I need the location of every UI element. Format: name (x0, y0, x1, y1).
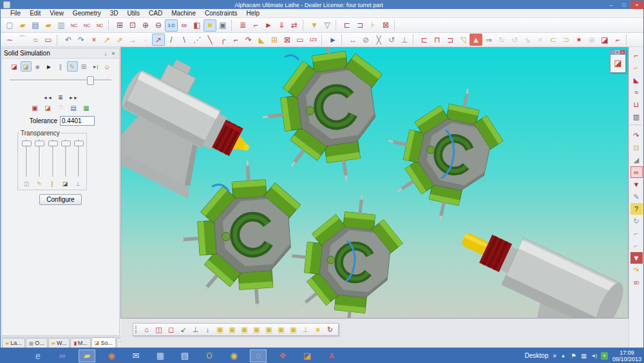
transparency-slider-2[interactable] (35, 139, 43, 177)
ie-icon[interactable]: e (30, 349, 46, 362)
spark-tool-icon[interactable]: ✶ (573, 34, 585, 46)
palette-close-icon[interactable]: × (620, 50, 625, 54)
minimize-button[interactable]: – (605, 1, 618, 9)
chrome-icon[interactable]: ◉ (225, 349, 242, 362)
tool-data-icon[interactable]: ▼ (308, 19, 321, 32)
angle-brush-icon[interactable]: ◢ (630, 154, 643, 166)
slider-thumb[interactable] (87, 76, 94, 85)
configure-button[interactable]: Configure (39, 194, 82, 205)
fillet-icon[interactable]: ╭ (216, 34, 229, 46)
open-file-icon[interactable]: ▰ (16, 19, 29, 32)
cube-right-view-icon[interactable]: ▣ (251, 324, 263, 335)
machine-transparency-icon[interactable]: ⊥ (73, 179, 82, 188)
network-icon[interactable]: ▥ (580, 352, 587, 360)
dim-linear-icon[interactable]: ↔ (346, 34, 359, 46)
chuck-close-icon[interactable]: ⊐ (354, 19, 366, 32)
plane-normal-icon[interactable]: ⊥ (299, 324, 312, 335)
menu-constraints[interactable]: Constraints (200, 10, 242, 17)
slider-thumb[interactable] (74, 141, 84, 146)
cube-bottom-view-icon[interactable]: ▣ (275, 324, 287, 335)
move-part-icon[interactable]: ⇘ (521, 34, 534, 46)
stock-view-icon[interactable]: ▲ (469, 34, 482, 46)
approach-arc-icon[interactable]: ↷ (630, 130, 643, 141)
rotate-view-icon[interactable]: ↻ (324, 324, 336, 335)
view-3d-icon[interactable]: 3-D (165, 19, 178, 32)
work-plane-icon[interactable]: ■ (312, 324, 324, 335)
trim-face-icon[interactable]: ◣ (255, 34, 268, 46)
tool-down-icon[interactable]: ⇓ (275, 19, 288, 32)
add-tool-icon[interactable]: ► (262, 19, 275, 32)
settings-app-icon[interactable]: ◌ (250, 349, 267, 362)
spin-tool-icon[interactable]: ↻ (630, 215, 643, 227)
viewport-3d[interactable]: ▾ × ◪ (120, 47, 629, 319)
sim-next-op-icon[interactable]: ►| (90, 61, 101, 72)
palette-collapse-icon[interactable]: ▾ (615, 50, 620, 54)
delete-fixture-icon[interactable]: ⊠ (379, 19, 392, 32)
feed-direction-icon[interactable]: ⇒ (482, 34, 495, 46)
menu-file[interactable]: File (6, 10, 25, 17)
select-arrow-icon[interactable]: ► (327, 34, 339, 46)
tab-solid-simulation[interactable]: ◪So... (91, 337, 116, 348)
spindle-clamp-icon[interactable]: ⊓ (431, 34, 444, 46)
sim-tool-icon[interactable]: ◪ (43, 103, 53, 113)
menu-help[interactable]: Help (242, 10, 265, 17)
show-hidden-icons-button[interactable]: ▲ (561, 353, 565, 358)
block-drill-icon[interactable]: ▼ (630, 252, 643, 264)
menu-view[interactable]: View (45, 10, 68, 17)
iso-frame-icon[interactable]: ◻ (165, 324, 177, 335)
view-glasses-icon[interactable]: ∞ (178, 19, 191, 32)
axes-view-icon[interactable]: ↓ (202, 324, 214, 335)
redo-icon[interactable]: ↷ (75, 34, 88, 46)
join-entity-icon[interactable]: \ (178, 34, 191, 46)
copy-geometry-icon[interactable]: ⇗ (113, 34, 126, 46)
number-label-icon[interactable]: 123 (307, 34, 319, 46)
files-app-icon[interactable]: ◪ (299, 349, 316, 362)
chuck-open-icon[interactable]: ⊏ (341, 19, 354, 32)
holder-transparency-icon[interactable]: ✎ (35, 179, 44, 188)
form-tool-icon[interactable]: ⌐ (630, 228, 643, 239)
zoom-out-icon[interactable]: ⊖ (152, 19, 165, 32)
groove-turn-icon[interactable]: ⊔ (630, 99, 643, 110)
transparency-slider-4[interactable] (61, 139, 70, 177)
transparency-slider-1[interactable] (22, 139, 30, 177)
sim-pause-icon[interactable]: ∥ (55, 61, 66, 72)
menu-utils[interactable]: Utils (123, 10, 144, 17)
tab-workplanes[interactable]: ▰W... (48, 338, 70, 348)
sim-single-step-icon[interactable]: ⊞ (79, 61, 90, 72)
remove-tool-icon[interactable]: ⌐ (249, 19, 262, 32)
undo-icon[interactable]: ↶ (62, 34, 75, 46)
slider-thumb[interactable] (48, 141, 58, 146)
active-operation-icon[interactable]: ◪ (611, 55, 625, 71)
polyline-icon[interactable]: ⋰ (191, 34, 204, 46)
cancel-part-icon[interactable]: × (534, 34, 547, 46)
security-icon[interactable]: + (601, 352, 608, 360)
drill-cycle-icon[interactable]: ▼ (630, 179, 643, 190)
sim-turbo-mode-icon[interactable]: ◪ (21, 61, 32, 72)
calculator-icon[interactable]: ▦ (152, 349, 169, 362)
knurl-turn-icon[interactable]: ▥ (630, 111, 643, 123)
title-bar[interactable]: Alphacam Ultimate Lathe - Dealer License… (1, 1, 643, 9)
save-drawing-icon[interactable]: ▥ (55, 19, 68, 32)
stretch-point-icon[interactable]: ↗ (100, 34, 113, 46)
zoom-window-icon[interactable]: ⊡ (126, 19, 139, 32)
tab-operations[interactable]: ▦O... (26, 338, 48, 348)
sim-operator-icon[interactable]: ☺ (102, 61, 113, 72)
rough-turn-icon[interactable]: ⌐ (630, 50, 643, 61)
maximize-button[interactable]: □ (618, 1, 630, 9)
sim-to-start-icon[interactable]: ◄◄ (43, 93, 53, 101)
tool-transparency-icon[interactable]: ❙ (48, 179, 57, 188)
dim-cut-icon[interactable]: ╳ (372, 34, 385, 46)
box-delete-icon[interactable]: ⊠ (281, 34, 294, 46)
save-file-icon[interactable]: ▤ (29, 19, 42, 32)
lathe-tool-icon[interactable]: ⌐ (611, 34, 624, 46)
spindle-left-icon[interactable]: ⊏ (418, 34, 431, 46)
contour-icon[interactable]: ▭ (294, 34, 307, 46)
rotate-cw-icon[interactable]: ↻ (495, 34, 508, 46)
sim-tool-display-icon[interactable]: ✎ (67, 61, 78, 72)
outlook-icon[interactable]: O (201, 349, 218, 362)
form-tool-2-icon[interactable]: ⌐ (630, 240, 643, 251)
open-drawing-icon[interactable]: ▰ (42, 19, 55, 32)
add-fixture-icon[interactable]: ⊦ (366, 19, 379, 32)
polish-tool-icon[interactable]: ✎ (630, 191, 643, 202)
cube-front-view-icon[interactable]: ▣ (226, 324, 238, 335)
